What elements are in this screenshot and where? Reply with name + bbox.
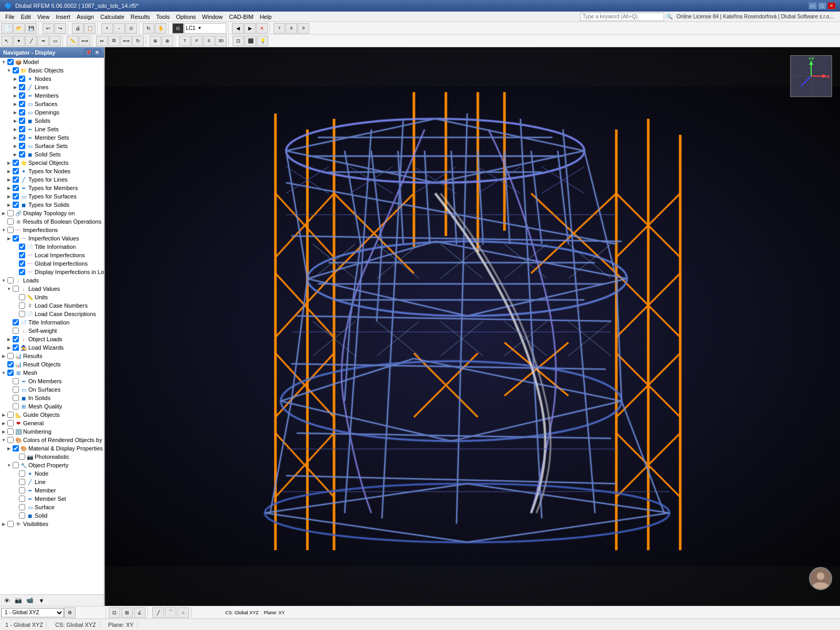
select-btn[interactable]: ↖ — [1, 36, 13, 46]
tree-item-colors-rendered[interactable]: ▼🎨Colors of Rendered Objects by — [0, 436, 104, 444]
tb-fwd-btn[interactable]: ▶ — [244, 23, 256, 34]
toggle-guide-objects[interactable]: ▶ — [1, 412, 6, 417]
checkbox-title-info-imp[interactable] — [19, 244, 25, 250]
checkbox-on-members[interactable] — [13, 378, 19, 384]
tree-item-result-objects[interactable]: 📊Result Objects — [0, 360, 104, 369]
nav-camera-btn[interactable]: 📷 — [14, 596, 23, 605]
checkbox-member[interactable] — [19, 487, 25, 494]
toggle-visibilities[interactable]: ▶ — [1, 521, 6, 527]
move-btn[interactable]: ⇔ — [96, 36, 108, 46]
line-btn[interactable]: ╱ — [25, 36, 37, 46]
view-settings-btn[interactable]: ⚙ — [64, 607, 76, 618]
toggle-imperfections[interactable]: ▼ — [1, 227, 6, 233]
render-btn[interactable]: G — [172, 23, 184, 34]
tree-item-imperfection-values[interactable]: ▶〰Imperfection Values — [0, 234, 104, 243]
checkbox-surface[interactable] — [19, 504, 25, 510]
tree-item-node[interactable]: ✦Node — [0, 469, 104, 478]
toggle-display-topology[interactable]: ▶ — [1, 211, 6, 216]
close-button[interactable]: ✕ — [827, 2, 836, 9]
checkbox-guide-objects[interactable] — [7, 412, 14, 418]
tree-item-material-display[interactable]: ▶🎨Material & Display Properties — [0, 444, 104, 453]
menu-help[interactable]: Help — [257, 13, 275, 21]
toggle-load-wizards[interactable]: ▶ — [6, 345, 12, 350]
checkbox-solid-sets[interactable] — [19, 151, 25, 158]
tree-item-object-property[interactable]: ▼🔧Object Property — [0, 461, 104, 469]
surface-btn[interactable]: ▭ — [49, 36, 61, 46]
node-btn[interactable]: ✦ — [13, 36, 25, 46]
rotate-btn[interactable]: ↻ — [143, 23, 154, 34]
menu-options[interactable]: Options — [173, 13, 199, 21]
menu-calculate[interactable]: Calculate — [97, 13, 128, 21]
tree-item-surfaces[interactable]: ▶▭Surfaces — [0, 100, 104, 108]
tree-item-global-imperfections[interactable]: 〰Global Imperfections — [0, 259, 104, 268]
tree-item-photorealistic[interactable]: 📷Photorealistic — [0, 453, 104, 461]
checkbox-in-solids[interactable] — [13, 395, 19, 401]
undo-btn[interactable]: ↩ — [43, 23, 54, 34]
tree-item-display-topology[interactable]: ▶🔗Display Topology on — [0, 209, 104, 217]
checkbox-object-loads[interactable] — [13, 336, 19, 342]
tree-item-units[interactable]: 📏Units — [0, 293, 104, 301]
checkbox-result-objects[interactable] — [7, 361, 14, 368]
checkbox-model[interactable] — [7, 59, 14, 65]
checkbox-numbering[interactable] — [7, 428, 14, 435]
nav-3[interactable]: 9 — [298, 23, 309, 34]
checkbox-surfaces[interactable] — [19, 101, 25, 107]
line-tool[interactable]: ╱ — [152, 607, 164, 618]
nav-eye-btn[interactable]: 👁 — [2, 596, 12, 605]
checkbox-nodes[interactable] — [19, 76, 25, 82]
toggle-openings[interactable]: ▶ — [13, 110, 18, 115]
toggle-member-sets[interactable]: ▶ — [13, 135, 18, 140]
toggle-types-solids[interactable]: ▶ — [6, 202, 12, 207]
tree-item-bool-results[interactable]: ⊕Results of Boolean Operations — [0, 217, 104, 226]
tree-item-model[interactable]: ▼📦Model — [0, 58, 104, 66]
checkbox-self-weight[interactable] — [13, 328, 19, 334]
save-btn[interactable]: 💾 — [25, 23, 37, 34]
pan-btn[interactable]: ✋ — [155, 23, 166, 34]
tree-item-load-case-desc[interactable]: 📄Load Case Descriptions — [0, 310, 104, 318]
print-btn[interactable]: 🖨 — [72, 23, 83, 34]
zoom-out-btn[interactable]: - — [113, 23, 125, 34]
checkbox-types-members[interactable] — [13, 185, 19, 191]
checkbox-colors-rendered[interactable] — [7, 437, 14, 443]
tree-item-special-objects[interactable]: ▶⭐Special Objects — [0, 159, 104, 167]
toggle-basic-objects[interactable]: ▼ — [6, 68, 12, 73]
checkbox-display-imp-load[interactable] — [19, 269, 25, 275]
checkbox-types-surfaces[interactable] — [13, 193, 19, 200]
navigator-tree[interactable]: ▼📦Model▼📁Basic Objects▶✦Nodes▶╱Lines▶━Me… — [0, 58, 104, 594]
toggle-general[interactable]: ▶ — [1, 421, 6, 426]
checkbox-types-nodes[interactable] — [13, 168, 19, 174]
checkbox-display-topology[interactable] — [7, 210, 14, 216]
nav-close-btn[interactable]: ✕ — [93, 49, 101, 56]
checkbox-members[interactable] — [19, 92, 25, 99]
tree-item-member-set[interactable]: ━Member Set — [0, 495, 104, 503]
checkbox-general[interactable] — [7, 420, 14, 426]
toggle-object-property[interactable]: ▼ — [6, 463, 12, 468]
checkbox-lines[interactable] — [19, 84, 25, 90]
checkbox-load-wizards[interactable] — [13, 344, 19, 351]
menu-results[interactable]: Results — [128, 13, 153, 21]
view-side-btn[interactable]: S — [203, 36, 215, 46]
grid-btn[interactable]: ⊞ — [121, 607, 133, 618]
tree-item-line-sets[interactable]: ▶━Line Sets — [0, 125, 104, 133]
checkbox-line-sets[interactable] — [19, 126, 25, 132]
nav-dropdown-btn[interactable]: ▼ — [37, 596, 46, 605]
tree-item-local-imperfections[interactable]: 〰Local Imperfections — [0, 251, 104, 259]
checkbox-openings[interactable] — [19, 109, 25, 116]
toggle-members[interactable]: ▶ — [13, 93, 18, 98]
tree-item-on-members[interactable]: ━On Members — [0, 377, 104, 385]
tree-item-solid-sets[interactable]: ▶◼Solid Sets — [0, 150, 104, 159]
toggle-types-lines[interactable]: ▶ — [6, 177, 12, 182]
menu-file[interactable]: File — [2, 13, 18, 21]
toggle-mesh[interactable]: ▼ — [1, 370, 6, 375]
tree-item-solid[interactable]: ◼Solid — [0, 511, 104, 520]
tree-item-mesh[interactable]: ▼⊞Mesh — [0, 369, 104, 377]
tree-item-title-info-load[interactable]: 📄Title Information — [0, 318, 104, 327]
split-btn[interactable]: ⊗ — [162, 36, 173, 46]
tree-item-surface[interactable]: ▭Surface — [0, 503, 104, 511]
member-btn[interactable]: ━ — [37, 36, 49, 46]
checkbox-bool-results[interactable] — [7, 218, 14, 225]
toggle-nodes[interactable]: ▶ — [13, 76, 18, 81]
new-btn[interactable]: 📄 — [1, 23, 13, 34]
checkbox-mesh-quality[interactable] — [13, 403, 19, 410]
tree-item-results[interactable]: ▶📊Results — [0, 352, 104, 360]
